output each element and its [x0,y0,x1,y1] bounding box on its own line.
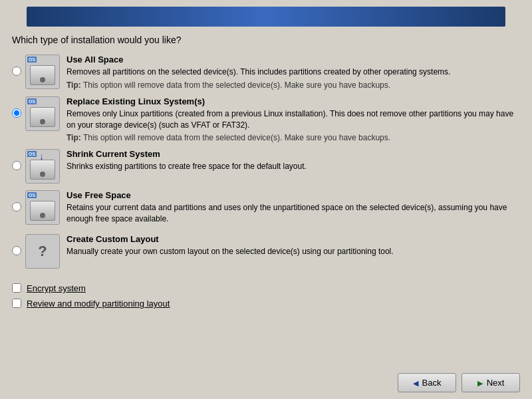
radio-use-all-space-wrap[interactable] [12,66,21,78]
os-label-1: OS [27,57,37,63]
review-layout-row: Review and modify partitioning layout [12,299,520,309]
radio-use-all-space[interactable] [12,66,21,76]
icon-replace-existing: OS [25,96,60,131]
radio-create-custom[interactable] [12,246,21,255]
drive-icon-1 [30,65,55,85]
encrypt-system-checkbox[interactable] [12,283,21,293]
option-use-all-space: OS Use All Space Removes all partitions … [12,55,520,90]
option-desc-use-all-space: Removes all partitions on the selected d… [66,66,520,78]
radio-create-custom-wrap[interactable] [12,246,21,257]
radio-shrink-current[interactable] [12,161,21,170]
next-button[interactable]: Next [462,373,520,392]
header-bar [27,7,505,27]
option-text-create-custom: Create Custom Layout Manually create you… [66,234,520,260]
option-desc-shrink-current: Shrinks existing partitions to create fr… [66,161,520,172]
radio-use-free-space[interactable] [12,202,21,211]
option-title-use-free-space: Use Free Space [66,190,520,200]
icon-create-custom: ? [25,234,60,269]
option-title-shrink-current: Shrink Current System [66,149,520,159]
option-text-shrink-current: Shrink Current System Shrinks existing p… [66,149,520,175]
os-label-4: OS [27,192,37,198]
drive-icon-4 [30,201,55,221]
option-tip-use-all-space: Tip: This option will remove data from t… [66,80,520,90]
page-question: Which type of installation would you lik… [12,35,520,45]
back-button[interactable]: Back [398,373,456,392]
option-desc-create-custom: Manually create your own custom layout o… [66,246,520,257]
option-text-use-all-space: Use All Space Removes all partitions on … [66,55,520,90]
option-tip-replace-existing: Tip: This option will remove data from t… [66,133,520,142]
icon-shrink-current: OS ↓ [25,149,60,184]
radio-use-free-space-wrap[interactable] [12,202,21,213]
review-layout-label[interactable]: Review and modify partitioning layout [27,299,170,309]
option-title-use-all-space: Use All Space [66,55,520,65]
option-create-custom: ? Create Custom Layout Manually create y… [12,234,520,269]
radio-replace-existing-wrap[interactable] [12,108,21,120]
next-arrow-icon [477,378,483,388]
option-text-replace-existing: Replace Existing Linux System(s) Removes… [66,96,520,143]
encrypt-system-row: Encrypt system [12,283,520,293]
option-title-create-custom: Create Custom Layout [66,234,520,244]
footer-buttons: Back Next [398,373,520,392]
radio-shrink-current-wrap[interactable] [12,161,21,172]
main-content: Which type of installation would you lik… [0,27,532,269]
radio-replace-existing[interactable] [12,108,21,118]
option-title-replace-existing: Replace Existing Linux System(s) [66,96,520,106]
review-layout-checkbox[interactable] [12,299,21,308]
drive-icon-2 [30,107,55,127]
option-desc-use-free-space: Retains your current data and partitions… [66,202,520,225]
next-button-label: Next [487,378,505,388]
option-replace-existing: OS Replace Existing Linux System(s) Remo… [12,96,520,143]
back-button-label: Back [422,378,442,388]
option-desc-replace-existing: Removes only Linux partitions (created f… [66,108,520,131]
os-label-2: OS [27,98,37,104]
icon-use-all-space: OS [25,55,60,89]
drive-icon-3: ↓ [30,160,55,180]
checkboxes-section: Encrypt system Review and modify partiti… [0,277,532,321]
option-text-use-free-space: Use Free Space Retains your current data… [66,190,520,227]
option-shrink-current: OS ↓ Shrink Current System Shrinks exist… [12,149,520,184]
encrypt-system-label[interactable]: Encrypt system [27,283,86,293]
icon-use-free-space: OS [25,190,60,225]
os-label-3: OS [27,151,37,157]
option-use-free-space: OS Use Free Space Retains your current d… [12,190,520,227]
back-arrow-icon [413,378,418,388]
question-mark-icon: ? [38,243,47,260]
